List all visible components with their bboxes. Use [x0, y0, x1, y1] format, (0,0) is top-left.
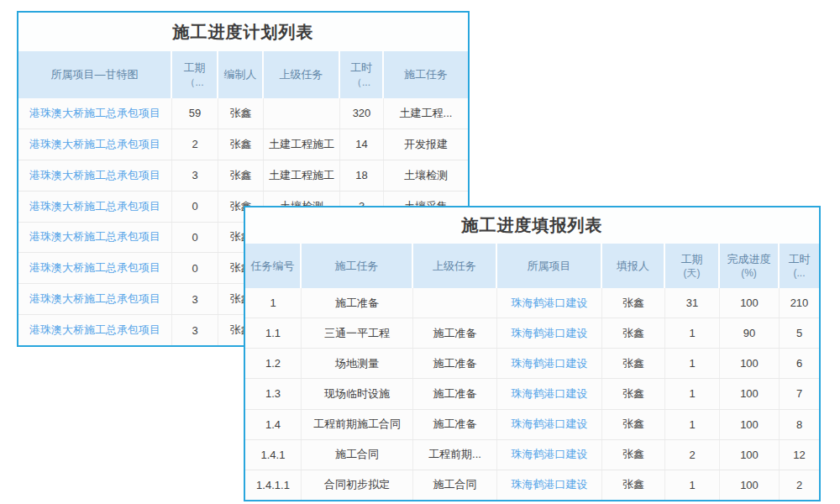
column-header-label: 所属项目 — [528, 259, 571, 274]
table-cell: 土建工程施工 — [264, 160, 340, 191]
column-header: 施工任务 — [302, 244, 413, 288]
table-row[interactable]: 1.3现场临时设施施工准备珠海鹤港口建设张鑫11007 — [245, 379, 819, 409]
project-link[interactable]: 港珠澳大桥施工总承包项目 — [18, 284, 172, 314]
column-header-label: 所属项目—甘特图 — [51, 67, 139, 82]
table-cell: 3 — [172, 160, 218, 191]
table-cell: 1 — [245, 288, 302, 318]
table-row[interactable]: 1.1三通一平工程施工准备珠海鹤港口建设张鑫1905 — [245, 318, 819, 349]
table-row[interactable]: 1.4.1.1合同初步拟定施工合同珠海鹤港口建设张鑫11002 — [245, 470, 819, 500]
table-cell: 14 — [340, 129, 384, 160]
project-link[interactable]: 港珠澳大桥施工总承包项目 — [18, 223, 172, 253]
column-header: 所属项目—甘特图 — [18, 51, 172, 98]
column-header-label: 完成进度 — [727, 252, 771, 267]
table-cell: 工程前期... — [413, 440, 497, 470]
table-cell: 土建工程... — [384, 98, 468, 129]
column-header-sublabel: (... — [794, 266, 806, 280]
column-header-label: 编制人 — [224, 67, 257, 82]
table-cell: 施工准备 — [413, 410, 497, 439]
column-header: 上级任务 — [264, 51, 340, 98]
column-header-sublabel: （... — [352, 76, 370, 89]
table-cell: 3 — [172, 315, 218, 345]
table-cell: 8 — [780, 410, 819, 439]
table-cell: 2 — [780, 470, 819, 500]
column-header-label: 工时 — [350, 60, 372, 76]
table-cell — [413, 288, 497, 318]
table-cell: 开发报建 — [384, 129, 468, 160]
table-cell: 工程前期施工合同 — [302, 410, 413, 439]
column-header: 工期（... — [172, 51, 218, 98]
table-row[interactable]: 1.4.1施工合同工程前期...珠海鹤港口建设张鑫210012 — [245, 440, 819, 470]
table-cell: 施工准备 — [413, 379, 497, 408]
table-cell: 张鑫 — [218, 160, 264, 191]
table-cell: 100 — [720, 410, 780, 439]
table-cell: 210 — [780, 288, 819, 318]
report-table-body: 1施工准备珠海鹤港口建设张鑫311002101.1三通一平工程施工准备珠海鹤港口… — [245, 288, 819, 500]
table-cell: 张鑫 — [602, 349, 665, 378]
table-row[interactable]: 1施工准备珠海鹤港口建设张鑫31100210 — [245, 288, 819, 318]
table-cell: 张鑫 — [602, 318, 665, 348]
table-cell: 张鑫 — [218, 98, 264, 129]
column-header-sublabel: (天) — [684, 266, 701, 280]
column-header-label: 填报人 — [617, 259, 649, 274]
project-link[interactable]: 港珠澳大桥施工总承包项目 — [18, 98, 172, 129]
table-cell: 100 — [720, 349, 780, 378]
column-header-label: 施工任务 — [404, 67, 448, 82]
table-cell: 3 — [172, 284, 218, 314]
table-cell: 1.4.1.1 — [245, 470, 302, 500]
project-link[interactable]: 珠海鹤港口建设 — [497, 410, 602, 439]
table-row[interactable]: 港珠澳大桥施工总承包项目2张鑫土建工程施工14开发报建 — [18, 129, 468, 160]
table-cell: 1.4 — [245, 410, 302, 439]
project-link[interactable]: 珠海鹤港口建设 — [497, 379, 602, 408]
table-cell — [264, 98, 340, 129]
column-header: 工时(... — [780, 244, 819, 288]
project-link[interactable]: 港珠澳大桥施工总承包项目 — [18, 315, 172, 345]
table-cell: 1 — [665, 318, 720, 348]
table-cell: 土壤检测 — [384, 160, 468, 191]
table-cell: 土建工程施工 — [264, 129, 340, 160]
table-cell: 100 — [720, 470, 780, 500]
table-cell: 三通一平工程 — [302, 318, 413, 348]
project-link[interactable]: 港珠澳大桥施工总承包项目 — [18, 253, 172, 283]
column-header: 上级任务 — [413, 244, 497, 288]
table-row[interactable]: 港珠澳大桥施工总承包项目59张鑫320土建工程... — [18, 98, 468, 129]
project-link[interactable]: 珠海鹤港口建设 — [497, 470, 602, 500]
project-link[interactable]: 港珠澳大桥施工总承包项目 — [18, 160, 172, 191]
table-cell: 12 — [780, 440, 819, 470]
table-cell: 1.4.1 — [245, 440, 302, 470]
column-header: 施工任务 — [384, 51, 468, 98]
project-link[interactable]: 港珠澳大桥施工总承包项目 — [18, 192, 172, 222]
project-link[interactable]: 港珠澳大桥施工总承包项目 — [18, 129, 172, 160]
table-cell: 张鑫 — [602, 379, 665, 408]
plan-table-header: 所属项目—甘特图工期（...编制人上级任务工时（...施工任务 — [18, 51, 468, 98]
column-header: 填报人 — [602, 244, 665, 288]
table-cell: 31 — [665, 288, 720, 318]
table-cell: 张鑫 — [602, 470, 665, 500]
project-link[interactable]: 珠海鹤港口建设 — [497, 288, 602, 318]
report-table-header: 任务编号施工任务上级任务所属项目填报人工期(天)完成进度(%)工时(... — [245, 244, 819, 288]
column-header-label: 上级任务 — [280, 67, 323, 82]
column-header: 完成进度(%) — [720, 244, 780, 288]
column-header-sublabel: （... — [185, 76, 203, 89]
column-header-sublabel: (%) — [741, 266, 757, 280]
table-cell: 1 — [665, 470, 720, 500]
table-cell: 1.2 — [245, 349, 302, 378]
project-link[interactable]: 珠海鹤港口建设 — [497, 349, 602, 378]
table-cell: 100 — [720, 440, 780, 470]
project-link[interactable]: 珠海鹤港口建设 — [497, 440, 602, 470]
table-row[interactable]: 港珠澳大桥施工总承包项目3张鑫土建工程施工18土壤检测 — [18, 160, 468, 192]
project-link[interactable]: 珠海鹤港口建设 — [497, 318, 602, 348]
column-header: 任务编号 — [245, 244, 302, 288]
report-table-card: 施工进度填报列表 任务编号施工任务上级任务所属项目填报人工期(天)完成进度(%)… — [244, 206, 821, 501]
plan-table-title: 施工进度计划列表 — [18, 13, 468, 51]
table-cell: 施工准备 — [413, 318, 497, 348]
table-cell: 0 — [172, 253, 218, 283]
table-cell: 2 — [665, 440, 720, 470]
table-cell: 0 — [172, 223, 218, 253]
table-cell: 320 — [340, 98, 384, 129]
table-row[interactable]: 1.4工程前期施工合同施工准备珠海鹤港口建设张鑫11008 — [245, 410, 819, 440]
table-cell: 7 — [780, 379, 819, 408]
table-cell: 59 — [172, 98, 218, 129]
table-row[interactable]: 1.2场地测量施工准备珠海鹤港口建设张鑫11006 — [245, 349, 819, 379]
column-header-label: 工期 — [681, 252, 703, 267]
table-cell: 100 — [720, 288, 780, 318]
